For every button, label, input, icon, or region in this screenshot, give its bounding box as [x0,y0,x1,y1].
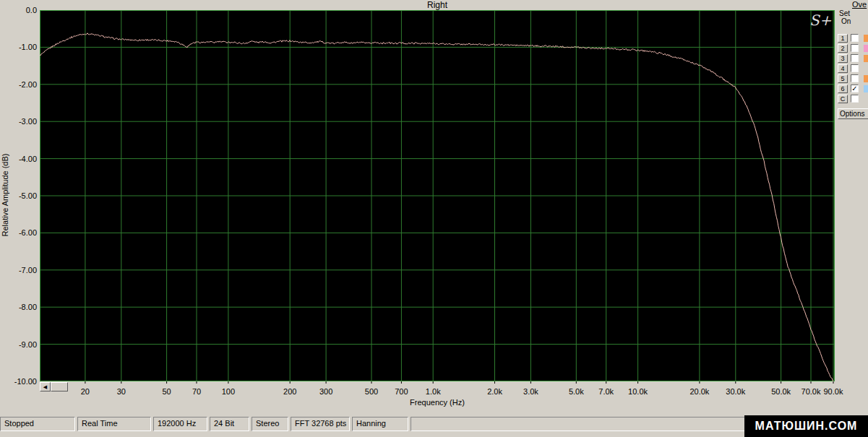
overlay-color-chip-2 [864,45,868,52]
x-tick-label: 70 [192,387,201,396]
overlay-panel: Ove Set On 123456✓C Options [837,0,868,412]
status-bar: StoppedReal Time192000 Hz24 BitStereoFFT… [0,417,868,431]
x-tick-label: 50 [162,387,171,396]
spectrum-chart [40,10,835,384]
y-tick-label: -5.00 [0,191,37,200]
scroll-left-button[interactable]: ◀ [40,382,51,391]
x-tick-label: 70.0k [802,387,821,396]
plot-scrollbar[interactable]: ◀ [40,382,72,391]
y-tick-label: 0.0 [0,6,37,14]
overlay-on-checkbox-4[interactable] [851,64,859,72]
overlay-row: 3 [837,53,868,64]
x-tick-label: 500 [365,387,378,396]
x-tick-label: 3.0k [523,387,538,396]
overlay-on-checkbox-C[interactable] [851,95,859,103]
status-field: Hanning [352,417,408,431]
overlay-set-button-4[interactable]: 4 [838,64,848,73]
overlay-color-chip-6 [864,85,868,92]
watermark: МАТЮШИН.СОМ [744,415,868,437]
y-tick-label: -10.00 [0,377,37,386]
overlay-row: C [837,94,868,104]
status-field: Stereo [252,417,288,431]
x-tick-label: 300 [319,387,332,396]
x-tick-label: 30 [117,387,126,396]
x-tick-label: 1.0k [426,387,441,396]
x-tick-label: 30.0k [726,387,745,396]
overlay-set-button-2[interactable]: 2 [838,44,848,53]
status-field: 192000 Hz [153,417,207,431]
y-tick-label: -1.00 [0,43,37,51]
overlay-on-checkbox-3[interactable] [851,54,859,62]
x-tick-label: 50.0k [771,387,791,396]
overlay-row: 5 [837,74,868,84]
overlay-row: 4 [837,64,868,74]
x-tick-label: 20 [81,387,90,396]
y-tick-label: -4.00 [0,155,37,163]
status-field: Stopped [0,417,75,431]
status-field: Real Time [77,417,151,431]
overlay-set-button-1[interactable]: 1 [838,34,848,43]
x-tick-label: 200 [283,387,296,396]
overlay-col-set-label: Set [839,9,850,17]
x-tick-label: 20.0k [689,387,709,396]
overlay-color-chip-1 [864,35,868,42]
y-tick-label: -2.00 [0,80,37,89]
x-axis-title: Frequency (Hz) [40,398,835,407]
y-tick-label: -7.00 [0,266,37,274]
overlay-set-button-C[interactable]: C [838,95,848,103]
x-tick-label: 2.0k [487,387,502,396]
overlay-color-chip-5 [864,75,868,82]
plot-title: Right [40,0,835,10]
overlay-on-checkbox-5[interactable] [851,74,859,82]
overlay-col-on-label: On [841,17,851,25]
y-tick-label: -3.00 [0,117,37,126]
y-tick-label: -8.00 [0,303,37,311]
overlay-row: 1 [837,33,868,43]
overlay-color-chip-3 [864,55,868,62]
overlay-color-chip-C [864,95,868,103]
overlay-on-checkbox-1[interactable] [851,34,859,42]
x-tick-label: 7.0k [598,387,614,396]
x-tick-label: 100 [222,387,235,396]
overlay-row: 2 [837,43,868,53]
spectrum-analyzer-window: Right Relative Amplitude (dB) 0.0-1.00-2… [0,0,868,437]
overlay-set-button-3[interactable]: 3 [838,54,848,63]
x-tick-label: 5.0k [569,387,584,396]
y-tick-label: -6.00 [0,228,37,237]
options-button[interactable]: Options [838,108,868,119]
status-field: FFT 32768 pts [291,417,350,431]
status-field: 24 Bit [210,417,249,431]
overlay-set-button-6[interactable]: 6 [838,85,848,93]
x-tick-label: 10.0k [628,387,648,396]
overlay-on-checkbox-2[interactable] [851,44,859,52]
scrollbar-thumb[interactable] [51,382,68,391]
x-tick-label: 700 [395,387,408,396]
overlay-row: 6✓ [837,84,868,94]
spectraplus-logo: S+ [809,12,831,29]
overlay-on-checkbox-6[interactable]: ✓ [851,85,859,92]
overlay-set-button-5[interactable]: 5 [838,74,848,83]
y-tick-label: -9.00 [0,340,37,349]
overlays-link[interactable]: Ove [852,0,867,9]
overlay-color-chip-4 [864,65,868,72]
